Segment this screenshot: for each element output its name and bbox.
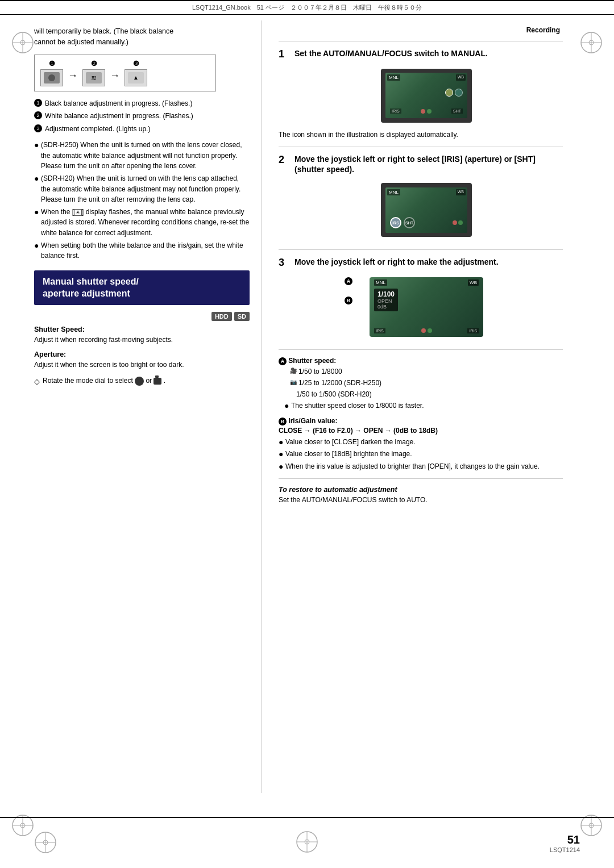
main-content: will temporarily be black. (The black ba…	[0, 15, 614, 799]
top-bar: LSQT1214_GN.book 51 ページ ２００７年２月８日 木曜日 午後…	[0, 0, 614, 15]
step-3-header: 3 Move the joystick left or right to mak…	[279, 257, 563, 269]
step-2: 2 Move the joystick left or right to sel…	[279, 154, 563, 242]
hdd-badge: HDD	[211, 312, 232, 321]
restore-title: To restore to automatic adjustment	[279, 486, 563, 494]
divider-1-2	[279, 147, 563, 147]
page: LSQT1214_GN.book 51 ページ ２００７年２月８日 木曜日 午後…	[0, 0, 614, 868]
footer-corner-left	[34, 831, 57, 854]
shutter-speed-item-2: 📷 1/25 to 1/2000 (SDR-H250)	[284, 378, 563, 388]
step-2-camera-image: MNL WB IRS SHT	[381, 183, 472, 237]
file-info-text: LSQT1214_GN.book 51 ページ ２００７年２月８日 木曜日 午後…	[192, 3, 422, 12]
manual-section-box: Manual shutter speed/ aperture adjustmen…	[34, 270, 250, 306]
badge-row: HDD SD	[34, 312, 250, 321]
footer-left	[34, 831, 91, 856]
step-2-title: Move the joystick left or right to selec…	[294, 154, 563, 176]
dot-item-4: ● When setting both the white balance an…	[34, 240, 250, 261]
shutter-speed-info: Shutter Speed: Adjust it when recording …	[34, 326, 250, 345]
shutter-speed-list: 🎥 1/50 to 1/8000 📷 1/25 to 1/2000 (SDR-H…	[279, 366, 563, 399]
footer: 51 LSQT1214	[0, 817, 614, 868]
divider-3-info	[279, 349, 563, 350]
dot-item-1: ● (SDR-H250) When the unit is turned on …	[34, 140, 250, 172]
iris-bullets: ● Value closer to [CLOSE] darken the ima…	[279, 437, 563, 472]
balance-diagram: ❶ → ❷ ≋ →	[34, 55, 216, 91]
divider-restore	[279, 478, 563, 479]
iris-bullet-2: ● Value closer to [18dB] brighten the im…	[279, 449, 563, 460]
label-a: A	[345, 277, 352, 285]
diagram-arrow-2: →	[110, 64, 120, 82]
shutter-speed-bullets: ● The shutter speed closer to 1/8000 is …	[279, 400, 563, 411]
section-heading: Recording	[279, 26, 563, 34]
corner-decoration-tl	[11, 31, 34, 54]
diagram-step-3: ❸ ▲	[125, 60, 147, 86]
step-2-number: 2	[279, 154, 291, 166]
diagram-step-2: ❷ ≋	[82, 60, 105, 86]
step-2-header: 2 Move the joystick left or right to sel…	[279, 154, 563, 176]
diagram-step-1: ❶	[40, 60, 63, 86]
step-1-header: 1 Set the AUTO/MANUAL/FOCUS switch to MA…	[279, 48, 563, 61]
aperture-label: Aperture:	[34, 350, 250, 358]
step-3: 3 Move the joystick left or right to mak…	[279, 257, 563, 341]
step-1-caption: The icon shown in the illustration is di…	[279, 131, 563, 139]
manual-section-title: Manual shutter speed/ aperture adjustmen…	[43, 276, 241, 300]
page-number: 51	[523, 833, 580, 846]
shutter-speed-item-1: 🎥 1/50 to 1/8000	[284, 366, 563, 377]
restore-section: To restore to automatic adjustment Set t…	[279, 486, 563, 504]
page-code: LSQT1214	[523, 846, 580, 853]
corner-decoration-tr	[580, 31, 603, 54]
footer-decoration-left	[296, 831, 318, 853]
bullet-item-2: 2 White balance adjustment in progress. …	[34, 111, 250, 122]
dot-item-3: ● When the [☀] display flashes, the manu…	[34, 207, 250, 239]
step-3-title: Move the joystick left or right to make …	[294, 257, 499, 268]
bullet-item-1: 1 Black balance adjustment in progress. …	[34, 98, 250, 109]
shutter-speed-label: Shutter Speed:	[34, 326, 250, 333]
step-1-title: Set the AUTO/MANUAL/FOCUS switch to MANU…	[294, 48, 488, 59]
shutter-speed-right-label: A Shutter speed:	[279, 357, 563, 365]
step-1-number: 1	[279, 48, 291, 61]
step-3-number: 3	[279, 257, 291, 269]
photo-icon-small: 📷	[284, 378, 297, 388]
iris-gain-info: B Iris/Gain value: CLOSE → (F16 to F2.0)…	[279, 417, 563, 472]
step-1: 1 Set the AUTO/MANUAL/FOCUS switch to MA…	[279, 48, 563, 139]
label-b: B	[345, 297, 352, 304]
iris-gain-label: B Iris/Gain value:	[279, 417, 563, 425]
left-column: will temporarily be black. (The black ba…	[0, 20, 262, 793]
bullet-item-3: 3 Adjustment completed. (Lights up.)	[34, 124, 250, 135]
shutter-speed-item-3: 1/50 to 1/500 (SDR-H20)	[284, 389, 563, 399]
diagram-arrow-1: →	[68, 64, 78, 82]
aperture-info: Aperture: Adjust it when the screen is t…	[34, 350, 250, 370]
iris-bullet-3: ● When the iris value is adjusted to bri…	[279, 461, 563, 472]
numbered-bullet-list: 1 Black balance adjustment in progress. …	[34, 98, 250, 135]
diamond-icon: ◇	[34, 376, 40, 387]
shutter-speed-info-right: A Shutter speed: 🎥 1/50 to 1/8000 📷 1/25…	[279, 357, 563, 411]
diamond-bullet: ◇ Rotate the mode dial to select or .	[34, 375, 250, 387]
divider-2-3	[279, 249, 563, 250]
sd-badge: SD	[234, 312, 250, 321]
footer-right: 51 LSQT1214	[523, 833, 580, 853]
dot-bullet-list: ● (SDR-H250) When the unit is turned on …	[34, 140, 250, 261]
iris-bullet-1: ● Value closer to [CLOSE] darken the ima…	[279, 437, 563, 448]
step-1-camera-image: MNL WB IRIS	[381, 69, 472, 123]
shutter-speed-text: Adjust it when recording fast-moving sub…	[34, 335, 250, 345]
footer-center	[296, 831, 318, 856]
dot-item-2: ● (SDR-H20) When the unit is turned on w…	[34, 173, 250, 205]
restore-text: Set the AUTO/MANUAL/FOCUS switch to AUTO…	[279, 496, 563, 504]
step-3-camera-image: MNL WB 1/100 OPEN 0dB IRIS	[370, 277, 483, 337]
iris-formula: CLOSE → (F16 to F2.0) → OPEN → (0dB to 1…	[279, 427, 563, 435]
shutter-speed-bullet-1: ● The shutter speed closer to 1/8000 is …	[284, 400, 563, 411]
top-divider	[279, 41, 563, 41]
intro-text: will temporarily be black. (The black ba…	[34, 26, 250, 48]
video-icon-small: 🎥	[284, 366, 297, 377]
aperture-text: Adjust it when the screen is too bright …	[34, 360, 250, 370]
diamond-text: Rotate the mode dial to select or .	[43, 375, 165, 386]
right-column: Recording 1 Set the AUTO/MANUAL/FOCUS sw…	[262, 20, 591, 793]
spacer-icon	[284, 389, 294, 399]
